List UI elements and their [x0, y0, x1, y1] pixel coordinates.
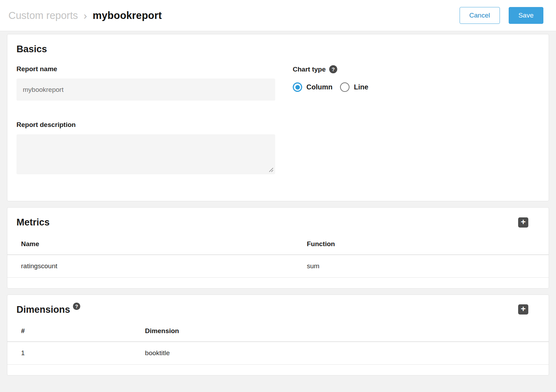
cancel-button[interactable]: Cancel — [460, 7, 500, 24]
metrics-card: Metrics + Name Function ratingscount sum — [7, 207, 549, 288]
radio-label: Column — [306, 83, 332, 91]
save-button[interactable]: Save — [509, 7, 543, 24]
metrics-title: Metrics — [16, 217, 50, 228]
chevron-right-icon: › — [83, 10, 87, 21]
main-content: Basics Report name Report description — [0, 31, 556, 376]
chart-type-radio-group: Column Line — [293, 82, 368, 92]
metrics-table: Name Function ratingscount sum — [7, 230, 549, 278]
dimensions-column-index: # — [7, 317, 131, 342]
report-name-label: Report name — [16, 65, 275, 73]
metrics-header-row: Name Function — [7, 230, 549, 255]
breadcrumb-current: mybookreport — [93, 10, 162, 21]
report-name-field: Report name — [16, 65, 275, 101]
dimensions-column-dimension: Dimension — [131, 317, 549, 342]
help-icon[interactable]: ? — [329, 65, 337, 73]
add-dimension-button[interactable]: + — [518, 304, 528, 315]
metrics-column-name: Name — [7, 230, 293, 255]
resize-handle-icon[interactable] — [269, 168, 273, 172]
metric-function-cell: sum — [293, 255, 549, 277]
chart-type-option-line[interactable]: Line — [340, 82, 368, 92]
metrics-column-function: Function — [293, 230, 549, 255]
table-row[interactable]: 1 booktitle — [7, 342, 549, 365]
dimensions-header-row: # Dimension — [7, 317, 549, 342]
chart-type-label: Chart type — [293, 66, 326, 73]
report-description-label: Report description — [16, 121, 275, 129]
radio-icon — [340, 82, 350, 92]
add-metric-button[interactable]: + — [518, 217, 528, 228]
plus-icon: + — [521, 305, 526, 313]
top-bar: Custom reports › mybookreport Cancel Sav… — [0, 0, 556, 31]
basics-title: Basics — [16, 43, 540, 55]
breadcrumb: Custom reports › mybookreport — [8, 10, 162, 21]
help-icon[interactable]: ? — [73, 303, 80, 310]
header-actions: Cancel Save — [460, 7, 543, 24]
breadcrumb-parent-link[interactable]: Custom reports — [8, 10, 78, 21]
report-name-input[interactable] — [16, 79, 275, 101]
dimension-name-cell: booktitle — [131, 342, 549, 365]
metric-name-cell: ratingscount — [7, 255, 293, 277]
report-description-textarea[interactable] — [16, 134, 275, 174]
chart-type-option-column[interactable]: Column — [293, 82, 332, 92]
report-description-field: Report description — [16, 121, 275, 174]
dimensions-title: Dimensions — [16, 304, 70, 315]
dimensions-table: # Dimension 1 booktitle — [7, 317, 549, 365]
basics-card: Basics Report name Report description — [7, 34, 549, 201]
radio-icon — [293, 82, 302, 92]
dimensions-card: Dimensions ? + # Dimension 1 booktitle — [7, 295, 549, 376]
table-row[interactable]: ratingscount sum — [7, 255, 549, 277]
dimension-index-cell: 1 — [7, 342, 131, 365]
radio-label: Line — [354, 83, 368, 91]
plus-icon: + — [521, 218, 526, 226]
